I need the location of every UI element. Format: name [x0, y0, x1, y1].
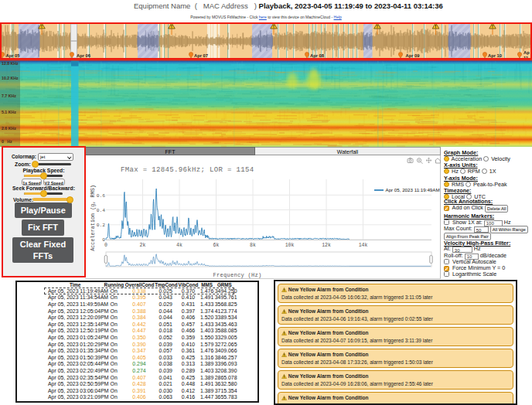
svg-text:Acceleration (g, RMS): Acceleration (g, RMS): [90, 185, 96, 251]
svg-text:Frequency (Hz): Frequency (Hz): [213, 272, 261, 278]
svg-text:0: 0: [102, 237, 105, 243]
svg-text:Apr 05, 2023 11:19:49AM: Apr 05, 2023 11:19:49AM: [386, 187, 440, 192]
svg-text:2k: 2k: [140, 243, 146, 248]
svg-text:0 Hz: 0 Hz: [2, 139, 12, 144]
svg-text:5.1 KHz: 5.1 KHz: [2, 110, 16, 114]
svg-text:12k: 12k: [322, 243, 331, 248]
svg-text:8k: 8k: [250, 243, 256, 248]
svg-text:10.2 KHz: 10.2 KHz: [2, 76, 19, 80]
svg-text:12.8 KHz: 12.8 KHz: [2, 61, 19, 66]
svg-text:0.4: 0.4: [97, 208, 105, 213]
svg-text:FMax = 12845.96kHz; LOR = 1154: FMax = 12845.96kHz; LOR = 1154: [121, 166, 254, 174]
svg-text:2.6 KHz: 2.6 KHz: [2, 126, 16, 131]
svg-text:0.2: 0.2: [97, 223, 105, 228]
svg-text:10k: 10k: [285, 243, 295, 248]
svg-text:0.6: 0.6: [97, 193, 105, 199]
svg-text:4k: 4k: [176, 243, 182, 248]
svg-text:14k: 14k: [359, 243, 368, 248]
svg-text:0: 0: [104, 243, 107, 248]
svg-text:6k: 6k: [213, 243, 220, 248]
svg-text:7.7 KHz: 7.7 KHz: [2, 94, 16, 98]
